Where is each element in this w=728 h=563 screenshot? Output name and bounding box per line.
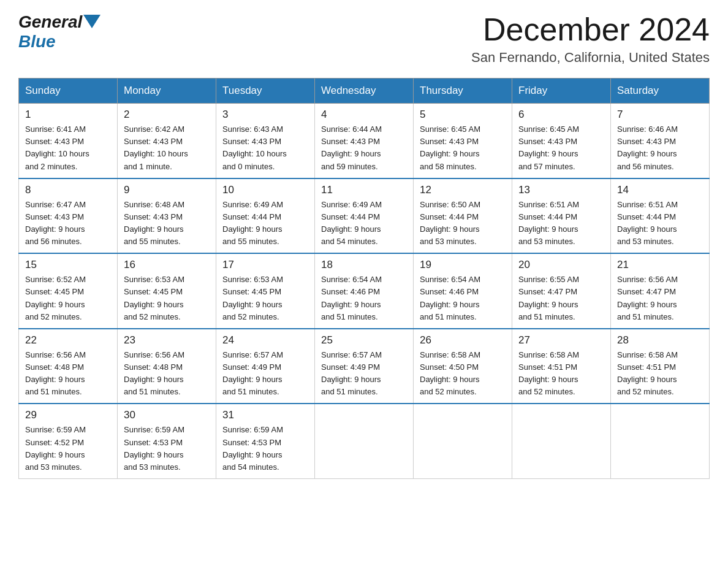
calendar-cell xyxy=(315,404,414,478)
calendar-cell: 21 Sunrise: 6:56 AMSunset: 4:47 PMDaylig… xyxy=(611,253,710,329)
day-number: 2 xyxy=(124,109,210,121)
calendar-cell: 8 Sunrise: 6:47 AMSunset: 4:43 PMDayligh… xyxy=(19,178,118,254)
day-number: 27 xyxy=(518,334,604,347)
day-number: 29 xyxy=(25,409,111,421)
calendar-header-wednesday: Wednesday xyxy=(315,79,414,104)
day-number: 24 xyxy=(222,334,308,347)
calendar-cell: 24 Sunrise: 6:57 AMSunset: 4:49 PMDaylig… xyxy=(216,329,315,404)
calendar-cell: 2 Sunrise: 6:42 AMSunset: 4:43 PMDayligh… xyxy=(118,104,216,178)
day-number: 12 xyxy=(420,184,506,196)
day-info: Sunrise: 6:49 AMSunset: 4:44 PMDaylight:… xyxy=(321,199,407,248)
calendar-header-row: SundayMondayTuesdayWednesdayThursdayFrid… xyxy=(19,79,710,104)
day-info: Sunrise: 6:59 AMSunset: 4:53 PMDaylight:… xyxy=(124,424,210,473)
day-number: 13 xyxy=(518,184,604,196)
day-number: 15 xyxy=(25,259,111,271)
day-info: Sunrise: 6:43 AMSunset: 4:43 PMDaylight:… xyxy=(222,123,308,173)
day-number: 9 xyxy=(124,184,210,196)
calendar-cell: 16 Sunrise: 6:53 AMSunset: 4:45 PMDaylig… xyxy=(118,253,216,329)
day-info: Sunrise: 6:57 AMSunset: 4:49 PMDaylight:… xyxy=(222,349,308,399)
calendar-week-row: 1 Sunrise: 6:41 AMSunset: 4:43 PMDayligh… xyxy=(19,104,710,178)
title-area: December 2024 San Fernando, California, … xyxy=(471,12,710,66)
day-number: 3 xyxy=(222,109,308,121)
day-info: Sunrise: 6:59 AMSunset: 4:52 PMDaylight:… xyxy=(25,424,111,473)
day-info: Sunrise: 6:48 AMSunset: 4:43 PMDaylight:… xyxy=(124,199,210,248)
day-info: Sunrise: 6:44 AMSunset: 4:43 PMDaylight:… xyxy=(321,123,407,173)
calendar-cell: 9 Sunrise: 6:48 AMSunset: 4:43 PMDayligh… xyxy=(118,178,216,254)
location-title: San Fernando, California, United States xyxy=(471,50,710,66)
day-info: Sunrise: 6:59 AMSunset: 4:53 PMDaylight:… xyxy=(222,424,308,473)
day-number: 28 xyxy=(617,334,703,347)
calendar-cell: 31 Sunrise: 6:59 AMSunset: 4:53 PMDaylig… xyxy=(216,404,315,478)
day-number: 23 xyxy=(124,334,210,347)
day-info: Sunrise: 6:45 AMSunset: 4:43 PMDaylight:… xyxy=(518,123,604,173)
calendar-cell xyxy=(512,404,611,478)
day-number: 16 xyxy=(124,259,210,271)
day-number: 20 xyxy=(518,259,604,271)
calendar-cell: 22 Sunrise: 6:56 AMSunset: 4:48 PMDaylig… xyxy=(19,329,118,404)
logo-general-text: General xyxy=(18,12,82,32)
day-info: Sunrise: 6:51 AMSunset: 4:44 PMDaylight:… xyxy=(518,199,604,248)
calendar-cell: 29 Sunrise: 6:59 AMSunset: 4:52 PMDaylig… xyxy=(19,404,118,478)
calendar-cell xyxy=(414,404,512,478)
day-info: Sunrise: 6:50 AMSunset: 4:44 PMDaylight:… xyxy=(420,199,506,248)
day-info: Sunrise: 6:45 AMSunset: 4:43 PMDaylight:… xyxy=(420,123,506,173)
calendar-cell: 6 Sunrise: 6:45 AMSunset: 4:43 PMDayligh… xyxy=(512,104,611,178)
day-number: 19 xyxy=(420,259,506,271)
day-number: 10 xyxy=(222,184,308,196)
day-info: Sunrise: 6:47 AMSunset: 4:43 PMDaylight:… xyxy=(25,199,111,248)
day-number: 17 xyxy=(222,259,308,271)
day-info: Sunrise: 6:53 AMSunset: 4:45 PMDaylight:… xyxy=(222,274,308,323)
day-number: 11 xyxy=(321,184,407,196)
day-info: Sunrise: 6:54 AMSunset: 4:46 PMDaylight:… xyxy=(321,274,407,323)
calendar-cell: 7 Sunrise: 6:46 AMSunset: 4:43 PMDayligh… xyxy=(611,104,710,178)
calendar-cell: 30 Sunrise: 6:59 AMSunset: 4:53 PMDaylig… xyxy=(118,404,216,478)
day-number: 1 xyxy=(25,109,111,121)
calendar-cell: 12 Sunrise: 6:50 AMSunset: 4:44 PMDaylig… xyxy=(414,178,512,254)
calendar-header-sunday: Sunday xyxy=(19,79,118,104)
calendar-cell: 17 Sunrise: 6:53 AMSunset: 4:45 PMDaylig… xyxy=(216,253,315,329)
logo-triangle-icon xyxy=(83,15,100,28)
calendar-week-row: 15 Sunrise: 6:52 AMSunset: 4:45 PMDaylig… xyxy=(19,253,710,329)
day-info: Sunrise: 6:49 AMSunset: 4:44 PMDaylight:… xyxy=(222,199,308,248)
calendar-header-monday: Monday xyxy=(118,79,216,104)
logo-blue-text: Blue xyxy=(18,32,56,52)
calendar-cell: 5 Sunrise: 6:45 AMSunset: 4:43 PMDayligh… xyxy=(414,104,512,178)
day-number: 22 xyxy=(25,334,111,347)
day-info: Sunrise: 6:56 AMSunset: 4:48 PMDaylight:… xyxy=(124,349,210,399)
day-info: Sunrise: 6:42 AMSunset: 4:43 PMDaylight:… xyxy=(124,123,210,173)
calendar-cell: 14 Sunrise: 6:51 AMSunset: 4:44 PMDaylig… xyxy=(611,178,710,254)
day-number: 31 xyxy=(222,409,308,421)
calendar-cell: 3 Sunrise: 6:43 AMSunset: 4:43 PMDayligh… xyxy=(216,104,315,178)
day-number: 26 xyxy=(420,334,506,347)
day-info: Sunrise: 6:52 AMSunset: 4:45 PMDaylight:… xyxy=(25,274,111,323)
day-info: Sunrise: 6:58 AMSunset: 4:51 PMDaylight:… xyxy=(617,349,703,399)
calendar-header-tuesday: Tuesday xyxy=(216,79,315,104)
calendar-cell xyxy=(611,404,710,478)
calendar-cell: 4 Sunrise: 6:44 AMSunset: 4:43 PMDayligh… xyxy=(315,104,414,178)
day-number: 18 xyxy=(321,259,407,271)
calendar-cell: 10 Sunrise: 6:49 AMSunset: 4:44 PMDaylig… xyxy=(216,178,315,254)
page-header: General Blue December 2024 San Fernando,… xyxy=(18,12,710,66)
calendar-cell: 18 Sunrise: 6:54 AMSunset: 4:46 PMDaylig… xyxy=(315,253,414,329)
day-number: 7 xyxy=(617,109,703,121)
day-info: Sunrise: 6:57 AMSunset: 4:49 PMDaylight:… xyxy=(321,349,407,399)
calendar-header-thursday: Thursday xyxy=(414,79,512,104)
day-number: 21 xyxy=(617,259,703,271)
day-info: Sunrise: 6:41 AMSunset: 4:43 PMDaylight:… xyxy=(25,123,111,173)
day-info: Sunrise: 6:53 AMSunset: 4:45 PMDaylight:… xyxy=(124,274,210,323)
calendar-header-friday: Friday xyxy=(512,79,611,104)
calendar-week-row: 22 Sunrise: 6:56 AMSunset: 4:48 PMDaylig… xyxy=(19,329,710,404)
day-number: 4 xyxy=(321,109,407,121)
day-number: 14 xyxy=(617,184,703,196)
calendar-cell: 15 Sunrise: 6:52 AMSunset: 4:45 PMDaylig… xyxy=(19,253,118,329)
calendar-cell: 25 Sunrise: 6:57 AMSunset: 4:49 PMDaylig… xyxy=(315,329,414,404)
day-number: 25 xyxy=(321,334,407,347)
logo: General Blue xyxy=(18,12,102,52)
calendar-cell: 28 Sunrise: 6:58 AMSunset: 4:51 PMDaylig… xyxy=(611,329,710,404)
day-info: Sunrise: 6:46 AMSunset: 4:43 PMDaylight:… xyxy=(617,123,703,173)
calendar-cell: 23 Sunrise: 6:56 AMSunset: 4:48 PMDaylig… xyxy=(118,329,216,404)
calendar-header-saturday: Saturday xyxy=(611,79,710,104)
day-number: 6 xyxy=(518,109,604,121)
day-info: Sunrise: 6:55 AMSunset: 4:47 PMDaylight:… xyxy=(518,274,604,323)
day-info: Sunrise: 6:58 AMSunset: 4:51 PMDaylight:… xyxy=(518,349,604,399)
